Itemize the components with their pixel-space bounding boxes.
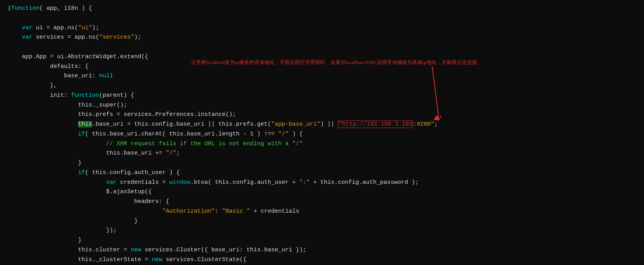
code-token: null: [99, 73, 113, 79]
code-token: }: [78, 160, 82, 166]
code-token: services.Cluster({ base_uri: this.base_u…: [141, 247, 306, 253]
code-token: }: [78, 237, 82, 244]
code-token: window: [169, 179, 190, 186]
code-token-highlight: this: [78, 121, 92, 128]
code-token: }: [134, 218, 138, 224]
annotation-arrow-line: [432, 66, 438, 116]
code-line-20: $.ajaxSetup({: [8, 187, 636, 197]
code-token: ;: [176, 150, 180, 157]
code-token: services = app.ns(: [32, 34, 99, 41]
code-token: );: [134, 34, 141, 41]
code-token: headers: {: [134, 198, 169, 205]
code-token: var: [22, 25, 32, 31]
code-token: this.cluster =: [78, 247, 131, 253]
code-token: .btoa( this.config.auth_user +: [190, 179, 299, 186]
code-line-1: (function( app, i18n ) {: [8, 4, 636, 14]
code-token: $.ajaxSetup({: [106, 189, 152, 195]
annotation-arrow-svg: 注意将localhost改为es服务的具体地址，不然后面打开界面时，会显示loc…: [190, 58, 502, 136]
code-token: new: [131, 247, 141, 253]
code-line-15: // XHR request fails if the URL is not e…: [8, 139, 636, 149]
code-token: });: [106, 227, 117, 234]
code-line-2: [8, 14, 636, 23]
code-token: init:: [50, 92, 71, 99]
code-line-16: this.base_uri += "/";: [8, 149, 636, 158]
code-line-21: headers: {: [8, 197, 636, 207]
code-token: (parent) {: [99, 92, 134, 99]
annotation-text: 注意将localhost改为es服务的具体地址，不然后面打开界面时，会显示loc…: [191, 59, 482, 65]
code-token: "/": [166, 150, 176, 157]
code-line-18: if( this.config.auth_user ) {: [8, 168, 636, 178]
code-token: "Basic ": [222, 208, 250, 215]
code-token: ":": [299, 179, 310, 186]
code-token: "services": [99, 34, 134, 41]
code-line-27: this._clusterState = new services.Cluste…: [8, 255, 636, 265]
code-line-25: }: [8, 236, 636, 245]
code-token: },: [50, 82, 57, 89]
code-token: app.App = ui.AbstractWidget.extend({: [22, 53, 148, 60]
code-line-22: "Authorization": "Basic " + credentials: [8, 207, 636, 217]
code-line-24: });: [8, 226, 636, 236]
code-token: );: [92, 25, 99, 31]
code-token: this._super();: [78, 102, 127, 108]
code-token: function: [11, 5, 39, 12]
code-token: ui = app.ns(: [32, 25, 78, 31]
code-token: "ui": [78, 25, 92, 31]
code-container: (function( app, i18n ) { var ui = app.ns…: [0, 0, 644, 265]
code-token: var: [22, 34, 32, 41]
code-token: :: [215, 208, 222, 215]
code-token: this.base_uri +=: [106, 150, 166, 157]
code-token: "Authorization": [162, 208, 215, 215]
code-token: ( app, i18n ) {: [39, 5, 92, 12]
code-token: base_uri:: [64, 73, 99, 79]
code-token: + credentials: [250, 208, 299, 215]
code-token: services.ClusterState({: [162, 256, 247, 263]
code-line-23: }: [8, 217, 636, 226]
code-token: (: [8, 5, 11, 12]
code-token: var: [106, 179, 117, 186]
code-token: function: [71, 92, 99, 99]
code-token: this._clusterState =: [78, 256, 152, 263]
code-line-19: var credentials = window.btoa( this.conf…: [8, 178, 636, 188]
code-line-5: [8, 43, 636, 52]
code-token: if: [78, 131, 85, 137]
code-token: new: [152, 256, 162, 263]
code-line-4: var services = app.ns("services");: [8, 33, 636, 43]
code-line-26: this.cluster = new services.Cluster({ ba…: [8, 245, 636, 255]
code-token: defaults: {: [50, 63, 89, 70]
code-line-17: }: [8, 158, 636, 168]
code-line-3: var ui = app.ns("ui");: [8, 23, 636, 33]
code-token: + this.config.auth_password );: [310, 179, 419, 186]
code-token: ( this.config.auth_user ) {: [85, 169, 180, 176]
code-token: credentials =: [117, 179, 169, 186]
code-token: // XHR request fails if the URL is not e…: [106, 141, 303, 147]
code-token: if: [78, 169, 85, 176]
